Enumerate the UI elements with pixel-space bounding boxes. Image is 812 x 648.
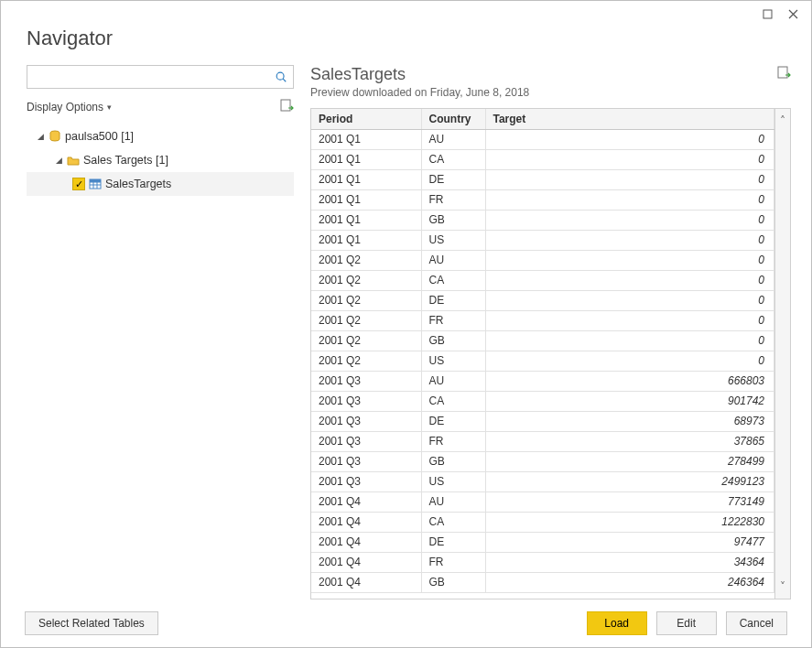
close-button[interactable] (780, 5, 806, 23)
load-button[interactable]: Load (587, 611, 647, 635)
table-row[interactable]: 2001 Q2FR0 (311, 310, 774, 330)
preview-grid-scroll[interactable]: Period Country Target 2001 Q1AU02001 Q1C… (310, 108, 774, 599)
table-row[interactable]: 2001 Q4DE97477 (311, 532, 774, 552)
tree-node-folder-label: Sales Targets [1] (83, 154, 168, 167)
expand-toggle-icon[interactable]: ◢ (54, 156, 63, 165)
preview-refresh-button[interactable] (776, 65, 791, 82)
table-checkbox[interactable]: ✓ (72, 178, 85, 190)
table-row[interactable]: 2001 Q2GB0 (311, 330, 774, 351)
cell-country: CA (421, 149, 485, 169)
cell-country: GB (421, 210, 485, 230)
table-row[interactable]: 2001 Q1DE0 (311, 169, 774, 189)
footer-right-buttons: Load Edit Cancel (587, 611, 787, 635)
cell-country: DE (421, 290, 485, 310)
chevron-down-icon: ▾ (107, 103, 112, 112)
cell-target: 0 (485, 230, 774, 250)
cell-country: US (421, 351, 485, 371)
cell-target: 0 (485, 189, 774, 210)
cell-target: 2499123 (485, 471, 774, 491)
table-row[interactable]: 2001 Q4CA1222830 (311, 512, 774, 532)
database-icon (49, 130, 61, 143)
cell-country: CA (421, 391, 485, 411)
table-row[interactable]: 2001 Q2CA0 (311, 270, 774, 290)
table-row[interactable]: 2001 Q1GB0 (311, 210, 774, 230)
cell-target: 246364 (485, 572, 774, 592)
cell-country: FR (421, 552, 485, 572)
titlebar (1, 1, 811, 27)
cell-country: DE (421, 532, 485, 552)
navigator-dialog: Navigator Display Options ▾ (0, 0, 812, 648)
cell-target: 97477 (485, 532, 774, 552)
cell-period: 2001 Q4 (311, 491, 421, 512)
table-row[interactable]: 2001 Q3DE68973 (311, 411, 774, 431)
cell-country: FR (421, 431, 485, 451)
scroll-down-icon[interactable]: ˅ (780, 580, 785, 593)
cell-country: DE (421, 169, 485, 189)
cell-target: 773149 (485, 491, 774, 512)
column-header-target[interactable]: Target (485, 109, 774, 129)
maximize-button[interactable] (754, 5, 780, 23)
table-row[interactable]: 2001 Q3US2499123 (311, 471, 774, 491)
cell-target: 0 (485, 310, 774, 330)
cell-period: 2001 Q1 (311, 129, 421, 149)
tree-node-table[interactable]: ✓ SalesTargets (27, 172, 294, 196)
svg-rect-10 (90, 179, 101, 182)
cell-country: AU (421, 371, 485, 391)
table-row[interactable]: 2001 Q4FR34364 (311, 552, 774, 572)
table-row[interactable]: 2001 Q2DE0 (311, 290, 774, 310)
display-options-dropdown[interactable]: Display Options ▾ (27, 101, 112, 113)
table-row[interactable]: 2001 Q2US0 (311, 351, 774, 371)
table-row[interactable]: 2001 Q1FR0 (311, 189, 774, 210)
dialog-content: Display Options ▾ ◢ paulsa500 [1] (1, 65, 811, 599)
cell-period: 2001 Q1 (311, 189, 421, 210)
cell-period: 2001 Q1 (311, 169, 421, 189)
cell-country: GB (421, 572, 485, 592)
table-row[interactable]: 2001 Q1CA0 (311, 149, 774, 169)
square-icon (763, 9, 773, 19)
table-row[interactable]: 2001 Q3GB278499 (311, 451, 774, 471)
cell-period: 2001 Q1 (311, 230, 421, 250)
table-row[interactable]: 2001 Q2AU0 (311, 250, 774, 270)
cell-period: 2001 Q3 (311, 451, 421, 471)
refresh-button[interactable] (279, 98, 294, 115)
cell-target: 0 (485, 290, 774, 310)
vertical-scrollbar[interactable]: ˄ ˅ (774, 108, 791, 599)
scroll-up-icon[interactable]: ˄ (780, 114, 785, 127)
cell-target: 0 (485, 250, 774, 270)
table-row[interactable]: 2001 Q3FR37865 (311, 431, 774, 451)
cell-period: 2001 Q3 (311, 431, 421, 451)
preview-table: Period Country Target 2001 Q1AU02001 Q1C… (311, 109, 774, 593)
select-related-tables-button[interactable]: Select Related Tables (25, 611, 158, 635)
cell-country: FR (421, 310, 485, 330)
table-row[interactable]: 2001 Q1AU0 (311, 129, 774, 149)
table-row[interactable]: 2001 Q1US0 (311, 230, 774, 250)
tree-node-folder[interactable]: ◢ Sales Targets [1] (27, 148, 294, 172)
search-box[interactable] (27, 65, 294, 89)
search-input[interactable] (33, 70, 275, 84)
cell-target: 0 (485, 330, 774, 351)
display-options-label: Display Options (27, 101, 103, 113)
cell-period: 2001 Q1 (311, 210, 421, 230)
cell-target: 68973 (485, 411, 774, 431)
tree-node-database[interactable]: ◢ paulsa500 [1] (27, 124, 294, 148)
edit-button[interactable]: Edit (656, 611, 717, 635)
table-row[interactable]: 2001 Q3AU666803 (311, 371, 774, 391)
table-row[interactable]: 2001 Q3CA901742 (311, 391, 774, 411)
cell-country: CA (421, 270, 485, 290)
cell-target: 34364 (485, 552, 774, 572)
cell-period: 2001 Q2 (311, 351, 421, 371)
display-options-row: Display Options ▾ (27, 98, 294, 115)
table-row[interactable]: 2001 Q4AU773149 (311, 491, 774, 512)
expand-toggle-icon[interactable]: ◢ (36, 132, 45, 141)
cell-target: 901742 (485, 391, 774, 411)
cancel-button[interactable]: Cancel (726, 611, 787, 635)
column-header-period[interactable]: Period (311, 109, 421, 129)
cell-target: 0 (485, 169, 774, 189)
folder-icon (67, 154, 80, 167)
cell-target: 1222830 (485, 512, 774, 532)
column-header-country[interactable]: Country (421, 109, 485, 129)
refresh-icon (279, 98, 294, 113)
preview-grid-area: Period Country Target 2001 Q1AU02001 Q1C… (310, 108, 791, 599)
cell-target: 0 (485, 210, 774, 230)
table-row[interactable]: 2001 Q4GB246364 (311, 572, 774, 592)
